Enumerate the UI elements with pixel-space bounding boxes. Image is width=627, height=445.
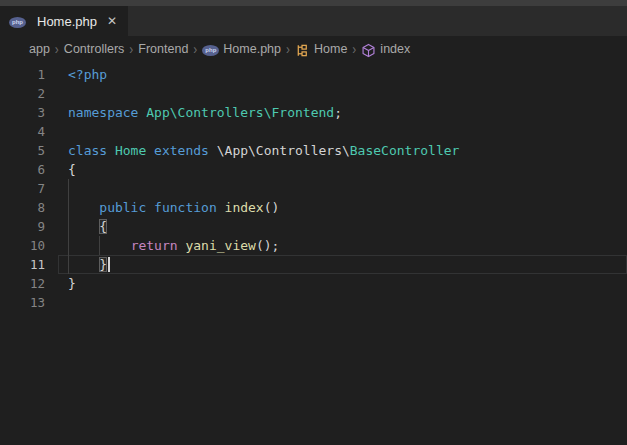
current-line-highlight bbox=[58, 255, 627, 274]
code-line[interactable]: 11 } bbox=[0, 255, 627, 274]
chevron-right-icon: › bbox=[286, 40, 290, 58]
code-line[interactable]: 12} bbox=[0, 274, 627, 293]
code-line[interactable]: 3namespace App\Controllers\Frontend; bbox=[0, 103, 627, 122]
code-line[interactable]: 5class Home extends \App\Controllers\Bas… bbox=[0, 141, 627, 160]
chevron-right-icon: › bbox=[55, 40, 59, 58]
line-number: 4 bbox=[0, 122, 45, 141]
code-lines: 1<?php23namespace App\Controllers\Fronte… bbox=[0, 65, 627, 312]
indent-guide bbox=[68, 179, 69, 198]
code-line[interactable]: 6{ bbox=[0, 160, 627, 179]
line-number: 5 bbox=[0, 141, 45, 160]
line-number: 7 bbox=[0, 179, 45, 198]
tab-bar[interactable]: php Home.php ✕ bbox=[0, 6, 627, 36]
code-text: return yani_view(); bbox=[68, 236, 279, 255]
line-number: 2 bbox=[0, 84, 45, 103]
indent-guide bbox=[68, 236, 69, 255]
breadcrumb-item-index-method[interactable]: index bbox=[380, 42, 410, 56]
chevron-right-icon: › bbox=[352, 40, 356, 58]
line-number: 8 bbox=[0, 198, 45, 217]
line-number: 1 bbox=[0, 65, 45, 84]
code-text: public function index() bbox=[68, 198, 279, 217]
line-number: 13 bbox=[0, 293, 45, 312]
method-symbol-icon bbox=[361, 43, 376, 58]
breadcrumb-item-home-class[interactable]: Home bbox=[314, 42, 347, 56]
code-line[interactable]: 10 return yani_view(); bbox=[0, 236, 627, 255]
class-symbol-icon bbox=[295, 43, 310, 58]
vscode-window: php Home.php ✕ app › Controllers › Front… bbox=[0, 0, 627, 445]
php-file-icon: php bbox=[9, 17, 26, 28]
code-text: } bbox=[68, 274, 76, 293]
code-text: { bbox=[68, 217, 107, 236]
breadcrumb: app › Controllers › Frontend › php Home.… bbox=[0, 36, 627, 62]
code-editor[interactable]: 1<?php23namespace App\Controllers\Fronte… bbox=[0, 62, 627, 445]
code-text: { bbox=[68, 160, 76, 179]
breadcrumb-item-controllers[interactable]: Controllers bbox=[64, 42, 124, 56]
code-line[interactable]: 8 public function index() bbox=[0, 198, 627, 217]
code-text: <?php bbox=[68, 65, 107, 84]
indent-guide bbox=[68, 255, 69, 274]
code-line[interactable]: 4 bbox=[0, 122, 627, 141]
code-line[interactable]: 13 bbox=[0, 293, 627, 312]
php-file-icon: php bbox=[202, 45, 219, 56]
code-line[interactable]: 9 { bbox=[0, 217, 627, 236]
indent-guide bbox=[99, 236, 100, 255]
line-number: 10 bbox=[0, 236, 45, 255]
tab-home-php[interactable]: php Home.php ✕ bbox=[0, 6, 128, 36]
line-number: 11 bbox=[0, 255, 45, 274]
code-line[interactable]: 1<?php bbox=[0, 65, 627, 84]
chevron-right-icon: › bbox=[129, 40, 133, 58]
text-cursor bbox=[108, 257, 110, 272]
line-number: 12 bbox=[0, 274, 45, 293]
line-number: 9 bbox=[0, 217, 45, 236]
code-text: } bbox=[68, 255, 110, 274]
breadcrumb-item-frontend[interactable]: Frontend bbox=[138, 42, 188, 56]
breadcrumb-item-home-php[interactable]: Home.php bbox=[223, 42, 281, 56]
chevron-right-icon: › bbox=[193, 40, 197, 58]
code-line[interactable]: 2 bbox=[0, 84, 627, 103]
code-line[interactable]: 7 bbox=[0, 179, 627, 198]
tab-title: Home.php bbox=[37, 14, 97, 29]
breadcrumb-item-app[interactable]: app bbox=[29, 42, 50, 56]
indent-guide bbox=[68, 198, 69, 217]
tab-close-icon[interactable]: ✕ bbox=[104, 13, 120, 29]
code-text: namespace App\Controllers\Frontend; bbox=[68, 103, 342, 122]
line-number: 3 bbox=[0, 103, 45, 122]
line-number: 6 bbox=[0, 160, 45, 179]
indent-guide bbox=[68, 217, 69, 236]
code-text: class Home extends \App\Controllers\Base… bbox=[68, 141, 459, 160]
